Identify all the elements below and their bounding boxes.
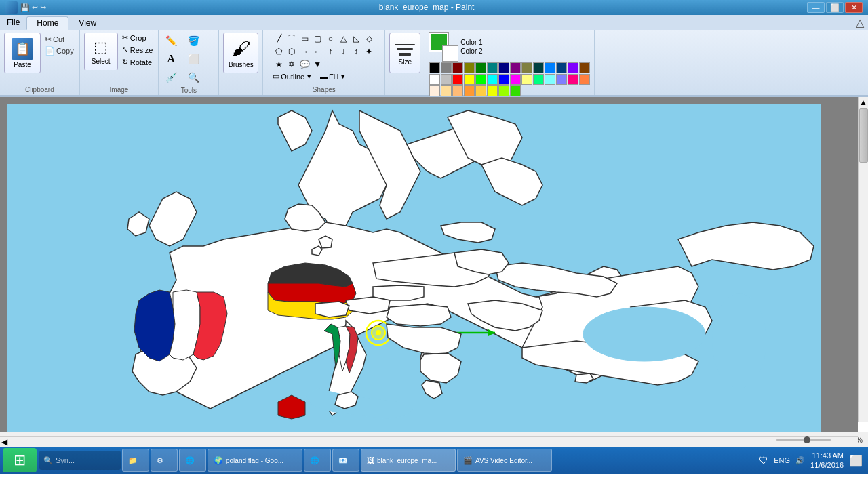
copy-button[interactable]: 📄 Copy bbox=[43, 45, 75, 56]
swatch-gold[interactable] bbox=[475, 85, 486, 96]
color2-preview[interactable] bbox=[443, 46, 458, 61]
swatch-darkyellow[interactable] bbox=[521, 62, 532, 73]
vertical-scrollbar[interactable]: ▲ bbox=[858, 97, 868, 422]
hexagon-shape[interactable]: ⬡ bbox=[285, 45, 298, 58]
swatch-brown[interactable] bbox=[579, 62, 590, 73]
more-shapes[interactable]: ▼ bbox=[311, 58, 323, 70]
fill-button[interactable]: ▬ Fill ▼ bbox=[320, 72, 346, 81]
swatch-lightskin[interactable] bbox=[429, 85, 440, 96]
swatch-lightgreen[interactable] bbox=[498, 85, 509, 96]
tab-view[interactable]: View bbox=[68, 16, 106, 29]
taskbar-email[interactable]: 📧 bbox=[332, 449, 359, 472]
down-arrow-shape[interactable]: ↓ bbox=[337, 45, 349, 58]
triangle-shape[interactable]: △ bbox=[337, 33, 349, 45]
swatch-gray[interactable] bbox=[441, 62, 452, 73]
brushes-button[interactable]: 🖌 Brushes bbox=[223, 33, 258, 73]
swatch-darkteal[interactable] bbox=[533, 62, 544, 73]
swatch-lightcyan[interactable] bbox=[545, 74, 555, 85]
outline-button[interactable]: ▭ Outline ▼ bbox=[273, 72, 312, 81]
horizontal-scrollbar[interactable]: ◀ bbox=[0, 436, 858, 447]
right-triangle-shape[interactable]: ◺ bbox=[350, 33, 362, 45]
start-button[interactable]: ⊞ bbox=[3, 448, 37, 472]
swatch-hotpink[interactable] bbox=[568, 74, 578, 85]
swatch-olive[interactable] bbox=[464, 62, 475, 73]
four-arrow-shape[interactable]: ↕ bbox=[350, 45, 362, 58]
cut-button[interactable]: ✂ Cut bbox=[43, 34, 75, 45]
line-shape[interactable]: ╱ bbox=[273, 33, 285, 45]
canvas-area[interactable] bbox=[0, 97, 858, 432]
fill-tool[interactable]: 🪣 bbox=[185, 33, 201, 49]
up-arrow-shape[interactable]: ↑ bbox=[324, 45, 336, 58]
swatch-navy[interactable] bbox=[498, 62, 509, 73]
swatch-lightyellow[interactable] bbox=[521, 74, 532, 85]
scroll-left-arrow[interactable]: ◀ bbox=[0, 437, 858, 447]
select-button[interactable]: ⬚ Select bbox=[84, 33, 118, 70]
star5-shape[interactable]: ★ bbox=[273, 58, 285, 70]
swatch-purple[interactable] bbox=[510, 62, 521, 73]
scroll-thumb-v[interactable] bbox=[859, 108, 868, 163]
notification-icon[interactable]: ⬜ bbox=[849, 454, 863, 467]
ribbon-toggle[interactable]: △ bbox=[856, 16, 868, 29]
swatch-darkblue[interactable] bbox=[556, 62, 567, 73]
swatch-black[interactable] bbox=[429, 62, 440, 73]
star6-shape[interactable]: ✡ bbox=[285, 58, 298, 70]
swatch-green[interactable] bbox=[475, 62, 486, 73]
menu-file[interactable]: File bbox=[0, 15, 26, 30]
curve-shape[interactable]: ⌒ bbox=[285, 33, 298, 45]
speech-shape[interactable]: 💬 bbox=[298, 58, 311, 70]
rotate-button[interactable]: ↻ Rotate bbox=[121, 57, 155, 67]
swatch-maroon[interactable] bbox=[452, 62, 463, 73]
taskbar-search[interactable]: 🔍 Syri... bbox=[39, 451, 121, 470]
rect-shape[interactable]: ▭ bbox=[298, 33, 311, 45]
taskbar-avs[interactable]: 🎬 AVS Video Editor... bbox=[457, 449, 552, 472]
swatch-mint[interactable] bbox=[533, 74, 544, 85]
swatch-magenta[interactable] bbox=[510, 74, 521, 85]
scroll-up-arrow[interactable]: ▲ bbox=[859, 97, 868, 108]
star4-shape[interactable]: ✦ bbox=[363, 45, 375, 58]
diamond-shape[interactable]: ◇ bbox=[363, 33, 375, 45]
size-button[interactable]: Size bbox=[389, 33, 420, 73]
taskbar-settings[interactable]: ⚙ bbox=[151, 449, 178, 472]
map-canvas[interactable] bbox=[7, 104, 821, 432]
taskbar-ie[interactable]: 🌐 bbox=[304, 449, 331, 472]
taskbar-chrome[interactable]: 🌐 bbox=[179, 449, 206, 472]
swatch-orange[interactable] bbox=[579, 74, 590, 85]
swatch-white[interactable] bbox=[429, 74, 440, 85]
swatch-green2[interactable] bbox=[510, 85, 521, 96]
taskbar-clock[interactable]: 11:43 AM 11/6/2016 bbox=[810, 451, 844, 470]
swatch-darkorange[interactable] bbox=[464, 85, 475, 96]
pentagon-shape[interactable]: ⬠ bbox=[273, 45, 285, 58]
taskbar-poland-flag[interactable]: 🌍 poland flag - Goo... bbox=[208, 449, 302, 472]
eraser-tool[interactable]: ⬜ bbox=[185, 51, 201, 67]
swatch-cyan[interactable] bbox=[487, 74, 498, 85]
rounded-rect-shape[interactable]: ▢ bbox=[311, 33, 323, 45]
swatch-yellow[interactable] bbox=[464, 74, 475, 85]
taskbar-file-explorer[interactable]: 📁 bbox=[122, 449, 149, 472]
paste-button[interactable]: 📋 Paste bbox=[4, 33, 41, 73]
ellipse-shape[interactable]: ○ bbox=[324, 33, 336, 45]
picker-tool[interactable]: 💉 bbox=[163, 69, 179, 85]
minimize-button[interactable]: — bbox=[807, 2, 825, 13]
swatch-blue2[interactable] bbox=[498, 74, 509, 85]
swatch-violet[interactable] bbox=[568, 62, 578, 73]
swatch-blue[interactable] bbox=[545, 62, 555, 73]
tab-home[interactable]: Home bbox=[26, 16, 68, 30]
swatch-chartreuse[interactable] bbox=[487, 85, 498, 96]
right-arrow-shape[interactable]: → bbox=[298, 45, 311, 58]
swatch-teal[interactable] bbox=[487, 62, 498, 73]
left-arrow-shape[interactable]: ← bbox=[311, 45, 323, 58]
maximize-button[interactable]: ⬜ bbox=[826, 2, 844, 13]
swatch-peach[interactable] bbox=[441, 85, 452, 96]
magnifier-tool[interactable]: 🔍 bbox=[185, 69, 201, 85]
swatch-periwinkle[interactable] bbox=[556, 74, 567, 85]
resize-button[interactable]: ⤡ Resize bbox=[121, 45, 155, 55]
crop-button[interactable]: ✂ Crop bbox=[121, 33, 155, 43]
zoom-slider[interactable] bbox=[776, 439, 831, 441]
pencil-tool[interactable]: ✏️ bbox=[163, 33, 179, 49]
text-tool[interactable]: A bbox=[163, 51, 179, 67]
taskbar-paint[interactable]: 🖼 blank_europe_ma... bbox=[361, 449, 456, 472]
swatch-silver[interactable] bbox=[441, 74, 452, 85]
close-button[interactable]: ✕ bbox=[845, 2, 863, 13]
swatch-skin[interactable] bbox=[452, 85, 463, 96]
swatch-red[interactable] bbox=[452, 74, 463, 85]
